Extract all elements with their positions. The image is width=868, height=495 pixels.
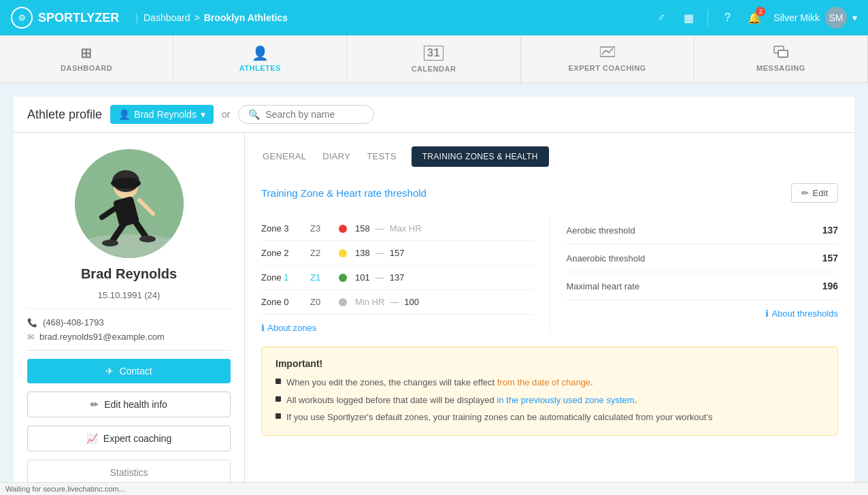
tab-general[interactable]: GENERAL [261, 147, 307, 167]
about-zones-link[interactable]: ℹ About zones [261, 323, 533, 333]
email-icon: ✉ [27, 332, 34, 342]
dashboard-icon: ⊞ [80, 46, 93, 60]
profile-body: Brad Reynolds 15.10.1991 (24) 📞 (468)-40… [14, 133, 854, 495]
zone-1-value1: 101 [355, 272, 370, 283]
cards-icon[interactable]: ▦ [680, 10, 697, 26]
tab-expert-coaching[interactable]: EXPERT COACHING [521, 35, 695, 82]
zone-2-value1: 138 [355, 248, 370, 258]
tab-calendar[interactable]: 31 CALENDAR [347, 35, 520, 82]
about-thresholds-text: About thresholds [771, 308, 838, 319]
edit-button-label: Edit [813, 188, 828, 198]
breadcrumb-dashboard[interactable]: Dashboard [144, 12, 190, 23]
zone-3-value1: 158 [355, 223, 370, 234]
breadcrumb-current: Brooklyn Athletics [204, 12, 288, 23]
avatar: SM [825, 7, 847, 29]
contact-button-label: Contact [119, 366, 152, 377]
secondary-navigation: ⊞ DASHBOARD 👤 ATHLETES 31 CALENDAR EXPER… [0, 35, 868, 83]
aerobic-threshold-value: 137 [822, 225, 838, 236]
zone-1-dot [339, 274, 347, 282]
zone-0-code: Z0 [310, 297, 331, 307]
zone-0-name: Zone 0 [261, 297, 302, 307]
zone-1-dash: — [375, 272, 384, 283]
tab-dashboard[interactable]: ⊞ DASHBOARD [0, 35, 173, 82]
edit-health-icon: ✏ [90, 399, 99, 410]
important-text-1: When you edit the zones, the changes wil… [286, 376, 593, 389]
tab-calendar-label: CALENDAR [412, 65, 456, 73]
tab-messaging[interactable]: MESSAGING [695, 35, 868, 82]
zone-2-dot [339, 249, 347, 257]
svg-rect-2 [778, 50, 788, 57]
anaerobic-threshold-label: Anaerobic threshold [567, 253, 646, 264]
svg-point-17 [139, 236, 156, 242]
zone-0-label1: Min HR [355, 297, 384, 307]
threshold-anaerobic: Anaerobic threshold 157 [567, 244, 839, 272]
important-list: When you edit the zones, the changes wil… [276, 376, 824, 424]
tab-expert-coaching-label: EXPERT COACHING [568, 64, 646, 72]
athlete-select-dropdown[interactable]: 👤 Brad Reynolds ▾ [110, 105, 214, 124]
contact-send-icon: ✈ [105, 366, 114, 377]
svg-point-10 [111, 178, 141, 189]
phone-icon: 📞 [27, 318, 37, 328]
section-title: Training Zone & Heart rate threshold [261, 187, 427, 199]
athlete-phone: (468)-408-1793 [43, 317, 104, 328]
tab-athletes[interactable]: 👤 ATHLETES [173, 35, 347, 82]
logo-text: SPORTLYZER [38, 11, 119, 25]
svg-point-16 [102, 240, 118, 246]
top-navigation: ⊙ SPORTLYZER | Dashboard > Brooklyn Athl… [0, 0, 868, 35]
important-box: Important! When you edit the zones, the … [261, 347, 838, 436]
tab-tests[interactable]: TESTS [365, 147, 397, 167]
male-icon[interactable]: ♂ [653, 10, 669, 26]
breadcrumb: Dashboard > Brooklyn Athletics [144, 12, 288, 23]
zone-3-dot [339, 225, 347, 233]
help-icon[interactable]: ? [719, 10, 735, 26]
notification-wrapper[interactable]: 🔔 2 [746, 10, 763, 26]
nav-icon-divider [707, 10, 708, 26]
contact-info: 📞 (468)-408-1793 ✉ brad.reynolds91@examp… [27, 308, 231, 342]
status-bar: Waiting for secure.livechatinc.com... [0, 482, 868, 495]
logo[interactable]: ⊙ SPORTLYZER [11, 7, 119, 29]
zone-3-dash: — [375, 223, 384, 234]
threshold-aerobic: Aerobic threshold 137 [567, 217, 839, 244]
zone-1-name: Zone 1 [261, 272, 302, 283]
status-text: Waiting for secure.livechatinc.com... [5, 485, 125, 493]
important-text-3: If you use Sportlyzer's default zones, y… [286, 411, 712, 424]
athlete-dob: 15.10.1991 (24) [98, 290, 161, 300]
zone-0-value1: 100 [404, 297, 419, 307]
important-title: Important! [276, 358, 824, 369]
zone-0-values: Min HR — 100 [355, 297, 419, 307]
athlete-select-chevron: ▾ [201, 109, 205, 120]
expert-coaching-button[interactable]: 📈 Expert coaching [27, 426, 231, 451]
profile-header: Athlete profile 👤 Brad Reynolds ▾ or 🔍 [14, 97, 854, 133]
about-thresholds-link[interactable]: ℹ About thresholds [567, 308, 839, 319]
important-item-1: When you edit the zones, the changes wil… [276, 376, 824, 389]
edit-health-label: Edit health info [104, 399, 167, 410]
email-contact: ✉ brad.reynolds91@example.com [27, 332, 231, 342]
tab-messaging-label: MESSAGING [756, 64, 805, 72]
tab-diary[interactable]: DIARY [321, 147, 352, 167]
main-content: Athlete profile 👤 Brad Reynolds ▾ or 🔍 [0, 83, 868, 495]
user-info[interactable]: Silver Mikk SM ▾ [773, 7, 857, 29]
edit-button[interactable]: ✏ Edit [791, 183, 838, 203]
zone-1-value2: 137 [390, 272, 405, 283]
expert-coaching-sidebar-icon: 📈 [86, 433, 98, 444]
calendar-icon: 31 [424, 46, 444, 61]
athlete-select-icon: 👤 [118, 109, 130, 120]
edit-pencil-icon: ✏ [801, 188, 809, 198]
athlete-name: Brad Reynolds [81, 266, 177, 282]
zone-2-name: Zone 2 [261, 248, 302, 258]
important-item-2: All workouts logged before that date wil… [276, 394, 824, 407]
user-name: Silver Mikk [773, 12, 820, 23]
tab-training-zones[interactable]: TRAINING ZONES & HEALTH [412, 146, 549, 167]
search-input[interactable] [265, 109, 364, 120]
edit-health-button[interactable]: ✏ Edit health info [27, 392, 231, 417]
zones-right: Aerobic threshold 137 Anaerobic threshol… [550, 217, 839, 333]
important-item-3: If you use Sportlyzer's default zones, y… [276, 411, 824, 424]
logo-icon: ⊙ [11, 7, 33, 29]
tab-dashboard-label: DASHBOARD [61, 64, 112, 72]
bullet-1 [276, 379, 281, 384]
contact-button[interactable]: ✈ Contact [27, 359, 231, 383]
nav-divider: | [135, 12, 138, 23]
info-thresholds-icon: ℹ [765, 308, 769, 319]
zone-1-code: Z1 [310, 272, 331, 283]
zone-2-code: Z2 [310, 248, 331, 258]
